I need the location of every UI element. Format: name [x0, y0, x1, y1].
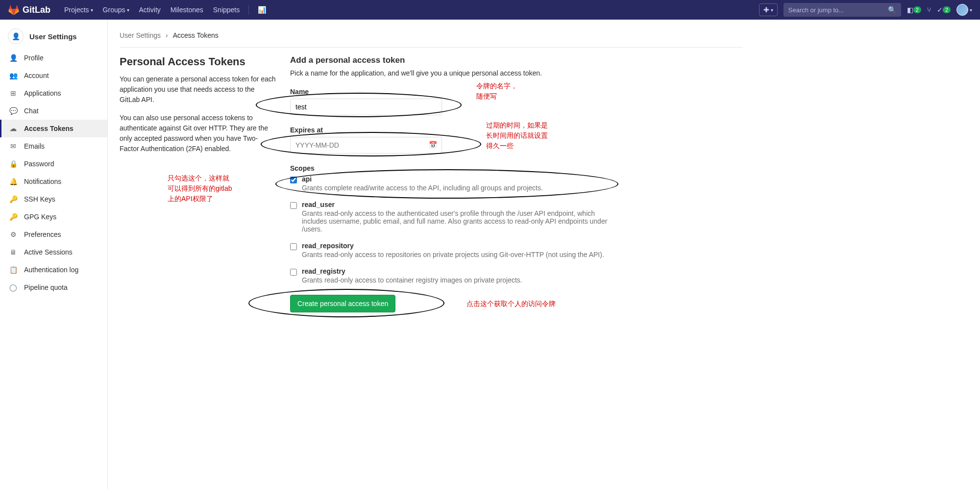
expires-input[interactable] — [290, 137, 442, 154]
sidebar: 👤 User Settings 👤Profile👥Account⊞Applica… — [0, 20, 108, 489]
search-input[interactable] — [788, 6, 888, 14]
scope-desc: Grants complete read/write access to the… — [302, 184, 543, 192]
sidebar-icon: ⊞ — [9, 89, 17, 97]
sidebar-icon: 👥 — [9, 72, 17, 79]
scope-desc: Grants read-only access to the authentic… — [302, 209, 615, 233]
sidebar-icon: 📋 — [9, 266, 17, 274]
form-column: Add a personal access token Pick a name … — [290, 55, 743, 312]
description-p1: You can generate a personal access token… — [120, 74, 276, 105]
breadcrumb-current: Access Tokens — [173, 31, 219, 39]
scope-read_registry: read_registry Grants read-only access to… — [290, 267, 743, 284]
scope-desc: Grants read-only access to container reg… — [302, 276, 522, 284]
sidebar-icon: 🖥 — [9, 248, 17, 256]
scope-name: read_registry — [302, 267, 522, 275]
sidebar-icon: 🔑 — [9, 195, 17, 203]
breadcrumb-sep: › — [166, 31, 168, 39]
sidebar-item-pipeline-quota[interactable]: ◯Pipeline quota — [0, 279, 107, 296]
sidebar-item-gpg-keys[interactable]: 🔑GPG Keys — [0, 208, 107, 226]
sidebar-item-account[interactable]: 👥Account — [0, 67, 107, 84]
user-menu[interactable]: ▾ — [956, 4, 972, 16]
sidebar-item-label: Authentication log — [24, 266, 78, 274]
scope-name: api — [302, 175, 543, 183]
todos-icon[interactable]: ✓2 — [937, 6, 951, 14]
scope-api: api Grants complete read/write access to… — [290, 175, 743, 192]
sidebar-item-label: SSH Keys — [24, 195, 55, 203]
sidebar-title: User Settings — [29, 32, 77, 41]
scope-checkbox-read_registry[interactable] — [290, 269, 297, 276]
sidebar-item-label: GPG Keys — [24, 213, 56, 221]
sidebar-item-label: Active Sessions — [24, 248, 73, 256]
gitlab-icon — [8, 4, 20, 16]
nav-groups[interactable]: Groups▾ — [98, 0, 134, 20]
top-nav: GitLab Projects▾ Groups▾ Activity Milest… — [0, 0, 980, 20]
issues-icon[interactable]: ◧2 — [907, 6, 921, 14]
calendar-icon[interactable]: 📅 — [429, 141, 437, 149]
expires-label: Expires at — [290, 126, 743, 134]
sidebar-item-label: Access Tokens — [24, 125, 74, 132]
scope-desc: Grants read-only access to repositories … — [302, 251, 604, 258]
metrics-icon[interactable]: 📊 — [253, 0, 271, 20]
sidebar-item-authentication-log[interactable]: 📋Authentication log — [0, 261, 107, 279]
scope-checkbox-read_repository[interactable] — [290, 243, 297, 250]
sidebar-item-notifications[interactable]: 🔔Notifications — [0, 173, 107, 190]
nav-projects[interactable]: Projects▾ — [59, 0, 98, 20]
search-icon: 🔍 — [888, 6, 896, 14]
nav-separator — [248, 5, 249, 15]
sidebar-item-label: Preferences — [24, 231, 61, 238]
sidebar-item-label: Applications — [24, 89, 61, 97]
sidebar-header[interactable]: 👤 User Settings — [0, 24, 107, 49]
sidebar-icon: ⚙ — [9, 231, 17, 238]
breadcrumb-root[interactable]: User Settings — [120, 31, 161, 39]
sidebar-item-label: Account — [24, 72, 49, 79]
sidebar-item-active-sessions[interactable]: 🖥Active Sessions — [0, 243, 107, 261]
sidebar-item-profile[interactable]: 👤Profile — [0, 49, 107, 67]
scope-checkbox-api[interactable] — [290, 177, 297, 183]
name-input[interactable] — [290, 99, 442, 115]
sidebar-item-applications[interactable]: ⊞Applications — [0, 84, 107, 102]
user-avatar-icon: 👤 — [8, 28, 24, 44]
search-box[interactable]: 🔍 — [784, 3, 901, 17]
main-content: User Settings › Access Tokens Personal A… — [108, 20, 755, 489]
sidebar-item-label: Profile — [24, 54, 44, 62]
sidebar-icon: ✉ — [9, 142, 17, 150]
scopes-label: Scopes — [290, 164, 743, 172]
sidebar-item-password[interactable]: 🔒Password — [0, 155, 107, 173]
sidebar-icon: 🔑 — [9, 213, 17, 221]
create-new-button[interactable]: ✚ ▾ — [759, 3, 778, 16]
sidebar-icon: 🔔 — [9, 178, 17, 185]
scope-checkbox-read_user[interactable] — [290, 202, 297, 209]
scope-read_user: read_user Grants read-only access to the… — [290, 201, 743, 233]
page-heading: Personal Access Tokens — [120, 55, 276, 68]
sidebar-icon: ☁ — [9, 125, 17, 132]
annotation-expires: 过期的时间，如果是 长时间用的话就设置 得久一些 — [486, 120, 548, 151]
gitlab-logo[interactable]: GitLab — [8, 4, 50, 16]
breadcrumb: User Settings › Access Tokens — [120, 27, 743, 48]
nav-snippets[interactable]: Snippets — [208, 0, 245, 20]
scope-read_repository: read_repository Grants read-only access … — [290, 242, 743, 258]
description-p2: You can also use personal access tokens … — [120, 113, 276, 154]
form-hint: Pick a name for the application, and we'… — [290, 69, 743, 77]
sidebar-item-label: Chat — [24, 107, 39, 115]
sidebar-item-label: Notifications — [24, 178, 61, 185]
sidebar-icon: 👤 — [9, 54, 17, 62]
sidebar-icon: 🔒 — [9, 160, 17, 168]
scope-name: read_repository — [302, 242, 604, 250]
form-heading: Add a personal access token — [290, 55, 743, 65]
description-column: Personal Access Tokens You can generate … — [120, 55, 276, 312]
nav-activity[interactable]: Activity — [134, 0, 166, 20]
merge-requests-icon[interactable]: ⑂ — [927, 6, 931, 14]
sidebar-item-access-tokens[interactable]: ☁Access Tokens — [0, 120, 107, 137]
avatar — [956, 4, 968, 16]
todos-badge: 2 — [943, 6, 951, 13]
sidebar-item-label: Pipeline quota — [24, 283, 68, 291]
scope-name: read_user — [302, 201, 615, 208]
sidebar-item-label: Emails — [24, 142, 45, 150]
create-token-button[interactable]: Create personal access token — [290, 295, 395, 312]
sidebar-item-ssh-keys[interactable]: 🔑SSH Keys — [0, 190, 107, 208]
sidebar-item-emails[interactable]: ✉Emails — [0, 137, 107, 155]
sidebar-icon: ◯ — [9, 283, 17, 291]
sidebar-item-chat[interactable]: 💬Chat — [0, 102, 107, 120]
nav-milestones[interactable]: Milestones — [166, 0, 208, 20]
sidebar-item-preferences[interactable]: ⚙Preferences — [0, 226, 107, 243]
sidebar-icon: 💬 — [9, 107, 17, 115]
